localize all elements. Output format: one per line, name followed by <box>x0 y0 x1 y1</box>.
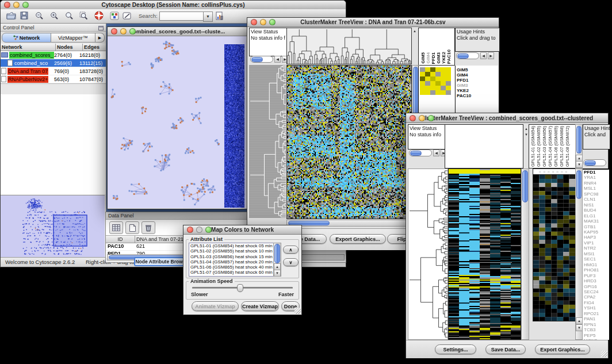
gene-label[interactable]: NTR2 <box>584 246 609 251</box>
gene-label[interactable]: GTB1 <box>584 224 609 229</box>
zoom-window-icon[interactable] <box>205 227 212 233</box>
zoom-selected-icon[interactable] <box>79 12 88 22</box>
gene-label[interactable]: GIM3 <box>457 83 498 88</box>
gene-label[interactable]: MSL1 <box>584 186 609 191</box>
column-dendrogram-area[interactable] <box>445 124 523 168</box>
export-graphics-button[interactable]: Export Graphics... <box>330 234 386 244</box>
array-label[interactable]: GPL51-06 (GSM865) <box>553 126 559 167</box>
gene-label[interactable]: HRD3 <box>584 278 609 283</box>
export-graphics-button[interactable]: Export Graphics... <box>535 344 590 354</box>
network-graph-canvas[interactable] <box>108 36 246 208</box>
heatmap-vscrollbar[interactable] <box>521 168 529 340</box>
row-dendrogram[interactable] <box>408 168 448 340</box>
scroll-up-icon[interactable]: ▲ <box>412 28 418 34</box>
gene-label[interactable]: HMG1 <box>584 262 609 267</box>
network-nodes-icon[interactable] <box>110 12 119 22</box>
zoom-vscrollbar[interactable]: ▲▼ <box>575 168 583 340</box>
close-icon[interactable] <box>410 115 416 121</box>
help-lifering-icon[interactable] <box>94 11 104 22</box>
new-attribute-icon[interactable] <box>125 221 139 234</box>
gene-label[interactable]: SEC1 <box>584 256 609 262</box>
gene-label[interactable]: CLN1 <box>584 197 609 202</box>
col-header-nodes[interactable]: Nodes <box>56 44 83 51</box>
open-folder-icon[interactable] <box>6 12 16 22</box>
array-label[interactable]: PAC10 <box>446 49 452 64</box>
gene-label[interactable]: PEP5 <box>584 333 609 338</box>
save-icon[interactable] <box>20 12 28 22</box>
gene-label[interactable]: FIG4 <box>584 300 609 305</box>
array-label[interactable]: GPL51-02 (GSM855) <box>536 126 541 167</box>
array-label[interactable]: GIM3 <box>436 52 441 64</box>
search-input[interactable] <box>159 12 204 21</box>
search-dropdown-button[interactable]: ▼ <box>203 12 213 22</box>
gene-label[interactable]: PFD1 <box>584 170 609 175</box>
attribute-item[interactable]: GPL51-04 (GSM857) heat shock 20 min <box>190 259 274 265</box>
gene-label[interactable]: RPN1 <box>584 322 609 327</box>
gene-label[interactable]: CPA2 <box>584 294 609 300</box>
treeview-dna-titlebar[interactable]: ClusterMaker TreeView : DNA and Tran 07-… <box>247 18 499 27</box>
zoom-out-icon[interactable] <box>35 12 44 22</box>
network-list-row[interactable]: combined_sco2569(6)13112(15) <box>1 59 106 67</box>
settings-button[interactable]: Settings... <box>435 344 476 354</box>
birdseye-view[interactable] <box>1 195 105 258</box>
array-label[interactable]: YKE2 <box>441 52 446 64</box>
gene-label[interactable]: VIP1 <box>584 240 609 246</box>
move-down-button[interactable]: ∨ <box>283 258 299 266</box>
minimize-icon[interactable] <box>419 115 425 121</box>
global-heatmap[interactable] <box>448 168 521 340</box>
network-list-row[interactable]: combined_scores_2764(0)16218(0) <box>1 51 106 59</box>
zoom-window-icon[interactable] <box>428 115 434 121</box>
gene-label[interactable]: GIM5 <box>457 67 498 72</box>
tree-zoom-slider[interactable]: ◀▶ <box>409 150 447 156</box>
main-titlebar[interactable]: Cytoscape Desktop (Session Name: collins… <box>1 1 346 10</box>
attribute-item[interactable]: GPL51-03 (GSM856) heat shock 15 min <box>190 254 274 259</box>
annotation-icon[interactable] <box>123 12 132 22</box>
data-col-id[interactable]: ID <box>106 236 135 243</box>
attribute-report-icon[interactable] <box>216 12 225 22</box>
zoom-heatmap[interactable] <box>533 174 576 321</box>
array-label[interactable]: GPL51-04 (GSM857) <box>548 126 553 167</box>
minimize-icon[interactable] <box>260 19 266 25</box>
speed-slider-thumb[interactable] <box>237 284 243 292</box>
array-label[interactable]: GPL51-03 (GSM856) <box>542 126 547 167</box>
zoom-panel-slider[interactable] <box>583 159 606 166</box>
network-list-row[interactable]: RNAPuberNov2+563(0)107847(0) <box>1 75 106 83</box>
gene-label[interactable]: YRA1 <box>584 175 609 180</box>
treeview-combined-titlebar[interactable]: ClusterMaker TreeView : combined_scores_… <box>406 113 608 123</box>
array-label[interactable]: GIM4 <box>426 52 431 64</box>
minimize-icon[interactable] <box>13 2 20 8</box>
tree-zoom-slider[interactable]: ◀▶ <box>250 56 288 62</box>
zoom-window-icon[interactable] <box>269 19 276 25</box>
attribute-item[interactable]: GPL51-01 (GSM854) heat shock 05 min <box>190 243 274 248</box>
col-header-edges[interactable]: Edges <box>83 44 106 51</box>
gene-label[interactable]: MAK31 <box>584 219 609 224</box>
move-up-button[interactable]: ∧ <box>283 246 299 254</box>
array-label[interactable]: GIM5 <box>420 52 426 64</box>
column-dendrogram[interactable] <box>286 28 412 64</box>
resize-grip[interactable] <box>294 308 301 314</box>
gene-label[interactable]: YSH1 <box>584 305 609 311</box>
gene-label[interactable]: HAP3 <box>584 235 609 240</box>
array-label[interactable]: GPL51-01 (GSM854) <box>530 126 536 167</box>
zoom-fit-icon[interactable] <box>65 12 74 22</box>
gene-label[interactable]: PHO81 <box>584 267 609 273</box>
gene-label[interactable]: PAN1 <box>584 316 609 321</box>
gene-label[interactable]: RPO21 <box>584 311 609 316</box>
tab-vizmapper[interactable]: VizMapper™ <box>51 33 95 43</box>
resize-grip[interactable] <box>601 351 607 357</box>
network-view-titlebar[interactable]: combined_scores_good.txt--cluste... <box>108 27 247 36</box>
gene-label[interactable]: MSI1 <box>584 251 609 256</box>
gene-label[interactable]: GIM4 <box>457 72 498 78</box>
gene-label[interactable]: KAP95 <box>584 229 609 235</box>
gene-label[interactable]: GPI16 <box>584 284 609 289</box>
gene-label[interactable]: TCB3 <box>584 327 609 332</box>
attribute-item[interactable]: GPL51-06 (GSM865) heat shock 40 min <box>190 265 274 270</box>
dialog-titlebar[interactable]: Map Colors to Network <box>183 225 301 235</box>
zoom-panel-slider[interactable]: ◀▶ <box>456 52 494 59</box>
tab-network[interactable]: Network <box>2 33 51 43</box>
float-panel-icon[interactable] <box>98 22 104 33</box>
gene-label[interactable]: PFD1 <box>457 78 498 83</box>
zoom-window-icon[interactable] <box>22 2 29 8</box>
array-label[interactable]: PFD1 <box>431 52 436 64</box>
tab-overflow[interactable]: ▶ <box>95 33 105 43</box>
